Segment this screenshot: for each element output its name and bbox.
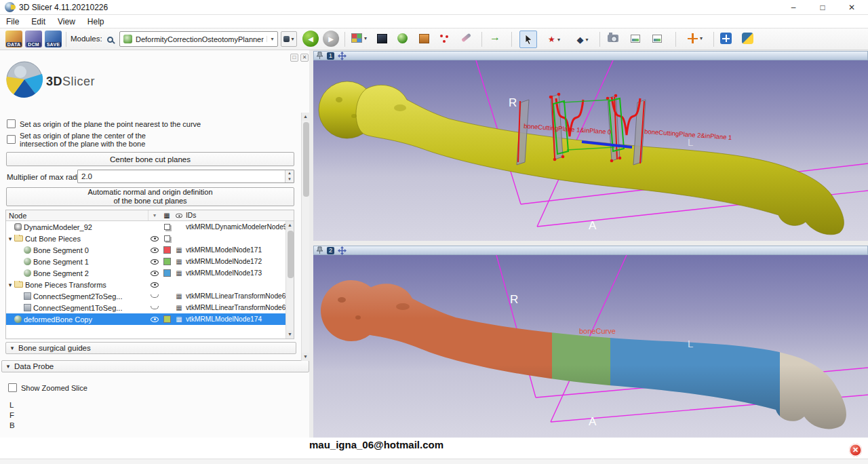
header-color-icon[interactable]: ▦ (161, 212, 173, 219)
auto-normal-origin-button[interactable]: Automatic normal and origin definitionof… (6, 187, 294, 206)
color-swatch[interactable] (161, 315, 173, 323)
tree-scrollbar[interactable]: ▲ ▼ (285, 221, 294, 339)
spinbox-arrows[interactable]: ▲▼ (285, 170, 294, 182)
tree-row[interactable]: Bone Segment 0 ▦ vtkMRMLModelNode171 (6, 244, 294, 256)
tree-row[interactable]: Bone Segment 1 ▦ vtkMRMLModelNode172 (6, 256, 294, 267)
tree-row[interactable]: Bone Segment 2 ▦ vtkMRMLModelNode173 (6, 267, 294, 279)
visibility-eye-icon[interactable] (149, 294, 161, 298)
green-arrow-icon: → (490, 31, 500, 43)
checkbox-origin-nearest[interactable] (7, 119, 16, 128)
place-point-button[interactable]: ★▾ (542, 31, 566, 48)
header-visibility-icon[interactable] (173, 213, 185, 218)
screenshot-button[interactable] (608, 35, 618, 42)
visibility-eye-icon[interactable] (149, 236, 161, 241)
maximize-button[interactable]: □ (812, 0, 833, 15)
checkbox-origin-center[interactable] (7, 135, 16, 144)
minimize-button[interactable]: – (783, 0, 804, 15)
tree-row[interactable]: ConnectSegment2ToSeg... ▦ vtkMRMLLinearT… (6, 290, 294, 302)
scroll-down-icon[interactable]: ▼ (302, 353, 309, 361)
header-node[interactable]: Node (6, 210, 149, 220)
module-search-button[interactable] (103, 33, 117, 46)
transforms-button[interactable]: → (490, 31, 500, 43)
extensions-manager-button[interactable] (720, 33, 732, 44)
visibility-eye-icon[interactable] (149, 317, 161, 322)
tree-header[interactable]: Node ▾ ▦ IDs (6, 210, 294, 221)
python-console-button[interactable] (742, 33, 753, 44)
show-zoomed-slice-checkbox[interactable] (8, 383, 17, 392)
panel-scrollbar[interactable]: ▲ ▼ (301, 113, 309, 361)
view1-title-bar[interactable]: 1 (313, 51, 868, 60)
menu-edit[interactable]: Edit (25, 16, 52, 28)
spin-down-icon[interactable]: ▼ (285, 176, 294, 182)
panel-float-button[interactable]: □ (290, 54, 298, 62)
pin-icon[interactable] (317, 246, 323, 254)
menu-help[interactable]: Help (81, 16, 111, 28)
layout-selector-button[interactable]: ▾ (351, 33, 367, 43)
bone-surgical-guides-section[interactable]: ▾ Bone surgical guides (5, 342, 296, 354)
scroll-up-icon[interactable]: ▲ (302, 113, 309, 121)
visibility-eye-icon[interactable] (149, 248, 161, 253)
scroll-down-icon[interactable]: ▼ (286, 330, 294, 339)
load-data-button[interactable]: DATA (5, 31, 22, 47)
femur-model-yellow[interactable] (319, 81, 844, 235)
tree-row[interactable]: ConnectSegment1ToSeg... ▦ vtkMRMLLinearT… (6, 302, 294, 313)
scene-view-restore-button[interactable] (652, 35, 662, 43)
scrollbar-thumb[interactable] (303, 122, 309, 197)
tree-row-selected[interactable]: deformedBone Copy ▦ vtkMRMLModelNode174 (6, 313, 294, 325)
module-back-button[interactable]: ◀ (302, 31, 319, 47)
panel-close-button[interactable]: ✕ (300, 54, 309, 62)
pin-icon[interactable] (317, 52, 323, 60)
femur-model-segmented[interactable] (313, 255, 868, 438)
color-swatch[interactable] (161, 269, 173, 277)
volume-rendering-button[interactable] (397, 33, 408, 43)
crosshair-button[interactable]: ▾ (684, 33, 707, 43)
segment-editor-button[interactable] (461, 36, 471, 39)
footer-area: mau_igna_06@hotmail.com ✕ (0, 438, 868, 459)
mouse-interaction-button[interactable] (519, 31, 537, 48)
3d-view-button[interactable] (377, 34, 387, 43)
toolbar-separator (511, 32, 512, 47)
markups-button[interactable] (439, 33, 450, 43)
menu-view[interactable]: View (52, 16, 81, 28)
notification-close-button[interactable]: ✕ (849, 444, 862, 457)
menu-file[interactable]: File (0, 16, 25, 28)
mesh-icon: ▦ (173, 247, 185, 254)
scrollbar-thumb[interactable] (288, 231, 294, 278)
data-probe-section[interactable]: ▾ Data Probe (1, 360, 309, 372)
close-button[interactable]: ✕ (842, 0, 862, 15)
save-button[interactable]: SAVE (45, 31, 62, 47)
tree-row[interactable]: ▾Cut Bone Pieces (6, 233, 294, 244)
module-forward-button[interactable]: ▶ (323, 31, 339, 47)
place-markup-dropdown[interactable]: ◆▾ (571, 31, 594, 48)
module-selected-label: DeformityCorrectionOsteotomyPlanner (136, 35, 264, 43)
module-selector-combobox[interactable]: DeformityCorrectionOsteotomyPlanner ▾ (119, 31, 278, 47)
visibility-eye-icon[interactable] (149, 271, 161, 276)
view2-title-bar[interactable]: 2 (313, 246, 868, 255)
email-text: mau_igna_06@hotmail.com (309, 439, 443, 450)
visibility-eye-icon[interactable] (149, 306, 161, 309)
header-ids[interactable]: IDs (185, 212, 294, 219)
volumes-button[interactable] (419, 34, 429, 43)
move-view-icon[interactable] (338, 246, 347, 255)
header-sort-icon[interactable]: ▾ (149, 212, 161, 218)
module-panel: □ ✕ 3DSlicer Set as origin of the plane … (0, 50, 309, 438)
tree-row[interactable]: DynamicModeler_92 vtkMRMLDynamicModelerN… (6, 221, 294, 233)
move-view-icon[interactable] (338, 52, 347, 60)
probe-line-f: F (9, 411, 14, 419)
visibility-eye-icon[interactable] (149, 282, 161, 288)
3d-view-2[interactable]: boneCurve R A L (313, 255, 868, 438)
visibility-eye-icon[interactable] (149, 259, 161, 265)
center-bone-cut-planes-button[interactable]: Center bone cut planes (6, 152, 294, 166)
scene-view-button[interactable] (631, 35, 640, 43)
dicom-button[interactable]: DCM (25, 31, 42, 47)
3d-view-1[interactable]: boneCuttingPlane 1&inPlane 0 boneCutting… (313, 60, 868, 241)
dynamic-modeler-icon (14, 223, 22, 231)
scroll-up-icon[interactable]: ▲ (286, 221, 294, 229)
color-swatch[interactable] (161, 246, 173, 254)
spin-up-icon[interactable]: ▲ (285, 170, 294, 176)
tree-row[interactable]: ▾Bone Pieces Transforms (6, 279, 294, 290)
multiplier-spinbox[interactable]: 2.0 ▲▼ (77, 170, 294, 183)
module-history-button[interactable]: ▾ (281, 31, 297, 47)
color-swatch[interactable] (161, 258, 173, 265)
status-bar (0, 459, 868, 464)
